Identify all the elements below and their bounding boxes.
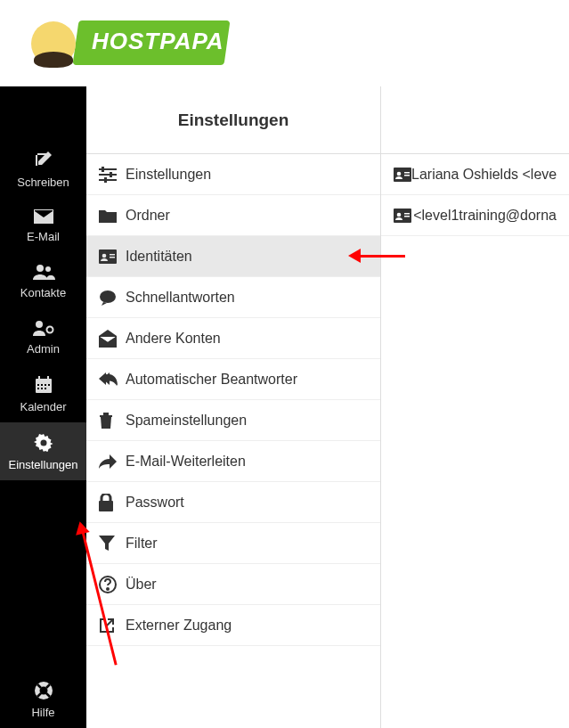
sidebar-calendar[interactable]: Kalender bbox=[0, 364, 86, 422]
app-header: HOSTPAPA bbox=[0, 0, 569, 86]
settings-row-label: Filter bbox=[126, 536, 158, 552]
annotation-arrow-identities bbox=[352, 255, 405, 258]
svg-rect-29 bbox=[100, 415, 112, 417]
settings-password[interactable]: Passwort bbox=[86, 482, 380, 523]
identity-row-0[interactable]: Lariana Oshields <leve bbox=[381, 154, 569, 195]
svg-rect-22 bbox=[110, 172, 112, 177]
svg-point-33 bbox=[107, 588, 109, 590]
svg-rect-7 bbox=[45, 384, 46, 386]
svg-rect-13 bbox=[47, 376, 49, 380]
sidebar-label: Einstellungen bbox=[8, 458, 77, 471]
main-nav-sidebar: Schreiben E-Mail Kontakte Admin Kalender bbox=[0, 86, 86, 728]
settings-row-label: Externer Zugang bbox=[126, 618, 232, 634]
svg-rect-26 bbox=[110, 254, 115, 256]
life-ring-icon bbox=[34, 681, 53, 700]
svg-point-1 bbox=[45, 266, 51, 272]
svg-rect-37 bbox=[404, 175, 410, 176]
settings-row-label: Spameinstellungen bbox=[126, 413, 247, 429]
settings-about[interactable]: Über bbox=[86, 564, 380, 605]
sidebar-label: Hilfe bbox=[31, 706, 54, 719]
sidebar-compose[interactable]: Schreiben bbox=[0, 140, 86, 198]
sidebar-label: Schreiben bbox=[17, 176, 69, 189]
idcard-icon bbox=[394, 168, 411, 182]
settings-row-label: Einstellungen bbox=[126, 167, 211, 183]
svg-point-25 bbox=[102, 253, 107, 258]
sidebar-admin[interactable]: Admin bbox=[0, 308, 86, 364]
svg-rect-27 bbox=[110, 257, 115, 258]
svg-rect-40 bbox=[404, 213, 410, 215]
settings-identities[interactable]: Identitäten bbox=[86, 236, 380, 277]
folder-icon bbox=[99, 209, 126, 223]
svg-rect-19 bbox=[99, 174, 117, 176]
lock-icon bbox=[99, 494, 126, 511]
settings-panel: Einstellungen EinstellungenOrdnerIdentit… bbox=[86, 86, 381, 728]
chat-icon bbox=[99, 290, 126, 306]
filter-icon bbox=[99, 536, 126, 552]
svg-point-0 bbox=[37, 265, 44, 272]
settings-autoresponder[interactable]: Automatischer Beantworter bbox=[86, 359, 380, 400]
settings-row-label: Passwort bbox=[126, 495, 184, 511]
settings-other-accounts[interactable]: Andere Konten bbox=[86, 318, 380, 359]
svg-rect-21 bbox=[102, 167, 104, 172]
settings-row-label: Ordner bbox=[126, 208, 170, 224]
identity-label: Lariana Oshields <leve bbox=[411, 167, 557, 183]
sidebar-label: Admin bbox=[27, 342, 60, 356]
reply-all-icon bbox=[99, 372, 126, 387]
identity-row-1[interactable]: <level1training@dorna bbox=[381, 195, 569, 236]
svg-point-35 bbox=[397, 171, 402, 176]
svg-rect-31 bbox=[99, 501, 113, 511]
idcard-icon bbox=[99, 249, 126, 264]
settings-row-label: Schnellantworten bbox=[126, 290, 235, 306]
identity-label: <level1training@dorna bbox=[413, 208, 557, 224]
sliders-icon bbox=[99, 167, 126, 183]
settings-external-access[interactable]: Externer Zugang bbox=[86, 605, 380, 646]
sidebar-email[interactable]: E-Mail bbox=[0, 198, 86, 252]
svg-rect-11 bbox=[45, 388, 46, 389]
svg-rect-10 bbox=[41, 388, 43, 389]
svg-rect-5 bbox=[37, 384, 39, 386]
svg-rect-41 bbox=[404, 216, 410, 217]
settings-row-label: Identitäten bbox=[126, 249, 192, 265]
svg-rect-23 bbox=[104, 177, 107, 183]
identities-panel: Lariana Oshields <leve<level1training@do… bbox=[381, 86, 569, 728]
identities-panel-header bbox=[381, 86, 569, 154]
svg-point-28 bbox=[100, 290, 116, 303]
settings-spam[interactable]: Spameinstellungen bbox=[86, 400, 380, 441]
envelope-icon bbox=[33, 209, 54, 225]
sidebar-contacts[interactable]: Kontakte bbox=[0, 252, 86, 308]
svg-rect-20 bbox=[99, 179, 117, 181]
settings-filter[interactable]: Filter bbox=[86, 523, 380, 564]
svg-point-2 bbox=[36, 321, 43, 328]
sidebar-label: Kalender bbox=[20, 400, 66, 413]
svg-rect-9 bbox=[37, 388, 39, 389]
sidebar-settings[interactable]: Einstellungen bbox=[0, 422, 86, 480]
settings-forwarding[interactable]: E-Mail-Weiterleiten bbox=[86, 441, 380, 482]
settings-row-label: Andere Konten bbox=[126, 331, 221, 347]
idcard-icon bbox=[394, 209, 413, 223]
contacts-icon bbox=[32, 263, 55, 281]
settings-preferences[interactable]: Einstellungen bbox=[86, 154, 380, 195]
question-icon bbox=[99, 576, 126, 593]
sidebar-label: Kontakte bbox=[20, 286, 66, 299]
settings-row-label: E-Mail-Weiterleiten bbox=[126, 454, 246, 470]
svg-point-15 bbox=[40, 440, 46, 446]
sidebar-help[interactable]: Hilfe bbox=[0, 670, 86, 728]
settings-panel-title: Einstellungen bbox=[86, 86, 380, 154]
logo-mascot-icon bbox=[22, 14, 85, 77]
hostpapa-logo: HOSTPAPA bbox=[13, 10, 227, 77]
compose-icon bbox=[33, 151, 54, 170]
svg-rect-30 bbox=[103, 413, 109, 415]
svg-rect-8 bbox=[48, 384, 50, 386]
gear-icon bbox=[34, 433, 53, 453]
envelope-open-icon bbox=[99, 330, 126, 348]
forward-icon bbox=[99, 454, 126, 469]
svg-point-39 bbox=[397, 212, 402, 217]
logo-text: HOSTPAPA bbox=[92, 28, 224, 55]
admin-icon bbox=[32, 319, 55, 337]
settings-row-label: Über bbox=[126, 577, 157, 593]
settings-responses[interactable]: Schnellantworten bbox=[86, 277, 380, 318]
sidebar-label: E-Mail bbox=[27, 230, 60, 243]
trash-icon bbox=[99, 412, 126, 429]
settings-folders[interactable]: Ordner bbox=[86, 195, 380, 236]
settings-row-label: Automatischer Beantworter bbox=[126, 372, 297, 388]
